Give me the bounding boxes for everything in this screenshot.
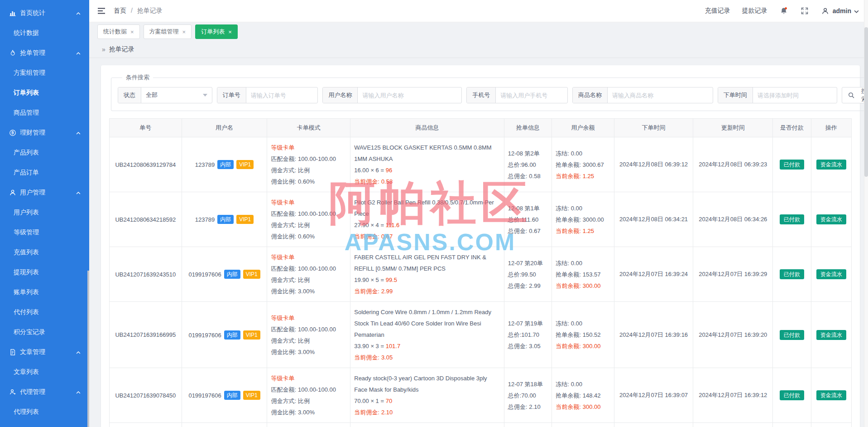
sidebar-item-grab-mgmt[interactable]: 抢单管理 xyxy=(0,43,89,63)
frozen-amount-value: 0.00 xyxy=(571,320,582,327)
sidebar-item-bill-list[interactable]: 账单列表 xyxy=(0,282,89,302)
title-prefix: » xyxy=(102,46,106,53)
tab-close-icon[interactable]: × xyxy=(130,29,134,35)
product-calc-result: 101.7 xyxy=(386,343,401,349)
table-row: UB2412080639129784123789内部VIP1等级卡单匹配金额:1… xyxy=(110,137,852,192)
recharge-records-link[interactable]: 充值记录 xyxy=(705,7,730,15)
tab-close-icon[interactable]: × xyxy=(182,29,186,35)
total-price-label: 总价: xyxy=(508,216,522,223)
sidebar-item-label: 理财管理 xyxy=(20,129,45,137)
paid-status-badge: 已付款 xyxy=(780,330,804,340)
match-amount: 匹配金额:100.00-100.00 xyxy=(271,208,346,219)
product-name-input[interactable] xyxy=(608,87,713,103)
grab-balance-value: 3000.00 xyxy=(583,216,604,223)
agent-icon xyxy=(9,388,16,396)
sidebar-item-label: 产品列表 xyxy=(14,149,39,157)
card-mode-cell: 等级卡单匹配金额:100.00-100.00佣金方式:比例佣金比例:3.00% xyxy=(267,247,350,302)
table-row: UB24120716385987970199197606内部VIP1等级卡单匹配… xyxy=(110,423,852,427)
sidebar-item-agent-list[interactable]: 代理列表 xyxy=(0,402,89,422)
total-commission: 总佣金:0.58 xyxy=(508,170,548,182)
match-amount-value: 100.00-100.00 xyxy=(298,265,336,272)
order-no-input[interactable] xyxy=(246,87,318,103)
sidebar-item-home-stats[interactable]: 首页统计 xyxy=(0,3,89,23)
user-menu[interactable]: admin xyxy=(821,6,859,15)
sidebar-item-user-list[interactable]: 用户列表 xyxy=(0,203,89,223)
status-select[interactable]: 全部 xyxy=(141,87,212,103)
grab-balance-label: 抢单余额: xyxy=(556,271,581,278)
username: 123789 xyxy=(195,216,215,223)
grab-info-cell: 12-07 第19单总价:101.70总佣金:3.05 xyxy=(504,302,551,368)
current-balance-label: 当前余额: xyxy=(556,228,581,234)
grab-balance-label: 抢单余额: xyxy=(556,331,581,338)
product-name-filter: 商品名称 xyxy=(572,87,713,103)
grab-seq: 12-07 第18单 xyxy=(508,378,548,390)
sidebar-item-order-list[interactable]: 订单列表 xyxy=(0,83,89,103)
sidebar-item-label: 产品订单 xyxy=(14,169,39,177)
breadcrumb-home[interactable]: 首页 xyxy=(114,7,126,14)
sidebar-item-points-record[interactable]: 积分宝记录 xyxy=(0,322,89,342)
product-name: Soldering Core Wire 0.8mm / 1.0mm / 1.2m… xyxy=(354,306,500,340)
sidebar-item-withdraw-list[interactable]: 提现列表 xyxy=(0,262,89,282)
phone-input[interactable] xyxy=(496,87,568,103)
sidebar-item-level-mgmt[interactable]: 等级管理 xyxy=(0,223,89,243)
match-amount-label: 匹配金额: xyxy=(271,210,296,217)
fund-flow-button[interactable]: 资金流水 xyxy=(816,330,846,340)
current-balance: 当前余额:300.00 xyxy=(556,280,610,291)
product-name: WAVE125 BLOCK GASKET KERTAS 0.5MM 0.8MM … xyxy=(354,142,500,165)
username-cell: 123789内部VIP1 xyxy=(182,192,267,247)
commission-method-value: 比例 xyxy=(298,337,310,344)
sidebar-item-label: 抢单管理 xyxy=(20,49,45,57)
sidebar-scrollbar[interactable] xyxy=(87,271,89,427)
col-header: 用户名 xyxy=(182,119,267,137)
total-commission: 总佣金:2.10 xyxy=(508,401,548,412)
tab-order-list[interactable]: 订单列表× xyxy=(195,24,238,39)
vip-badge: VIP1 xyxy=(243,391,260,400)
order-time-filter: 下单时间 xyxy=(718,87,837,103)
sidebar-item-recharge-list[interactable]: 充值列表 xyxy=(0,243,89,262)
sidebar-item-payout-list[interactable]: 代付列表 xyxy=(0,302,89,322)
fund-flow-button[interactable]: 资金流水 xyxy=(816,160,846,170)
sidebar-item-finance-mgmt[interactable]: 理财管理 xyxy=(0,123,89,143)
commission-ratio-label: 佣金比例: xyxy=(271,409,296,416)
sidebar-item-article-mgmt[interactable]: 文章管理 xyxy=(0,342,89,362)
tab-plan-group-mgmt[interactable]: 方案组管理× xyxy=(144,24,192,39)
page-scrollbar-thumb[interactable] xyxy=(864,27,868,177)
commission-ratio-label: 佣金比例: xyxy=(271,349,296,355)
sidebar-item-label: 积分宝记录 xyxy=(14,328,45,336)
fund-flow-button[interactable]: 资金流水 xyxy=(816,390,846,400)
sidebar-item-plan-group-mgmt[interactable]: 方案组管理 xyxy=(0,63,89,83)
product-calc-expr: 19.90 × 5 = xyxy=(354,277,385,283)
sidebar-item-stats-data[interactable]: 统计数据 xyxy=(0,23,89,43)
tab-close-icon[interactable]: × xyxy=(228,29,232,35)
withdrawal-records-link[interactable]: 提款记录 xyxy=(742,7,767,15)
sidebar-item-product-orders[interactable]: 产品订单 xyxy=(0,163,89,183)
fund-flow-button[interactable]: 资金流水 xyxy=(816,269,846,279)
sidebar-item-article-list[interactable]: 文章列表 xyxy=(0,362,89,382)
user-balance-cell: 冻结:0.00抢单余额:153.57当前余额:300.00 xyxy=(552,247,614,302)
sidebar-item-agent-mgmt[interactable]: 代理管理 xyxy=(0,382,89,402)
order-number-cell: UB2412080639129784 xyxy=(110,137,182,192)
sidebar-item-product-list[interactable]: 产品列表 xyxy=(0,143,89,163)
internal-badge: 内部 xyxy=(224,391,240,400)
grab-balance-value: 150.52 xyxy=(583,331,601,338)
total-commission-label: 总佣金: xyxy=(508,173,528,180)
sidebar-item-product-mgmt[interactable]: 商品管理 xyxy=(0,103,89,123)
order-number-cell: UB2412071639243510 xyxy=(110,247,182,302)
card-mode-cell: 等级卡单匹配金额:100.00-100.00佣金方式:比例佣金比例:3.00% xyxy=(267,302,350,368)
sidebar-item-user-mgmt[interactable]: 用户管理 xyxy=(0,183,89,203)
fund-flow-button[interactable]: 资金流水 xyxy=(816,214,846,224)
current-commission-value: 0.67 xyxy=(381,233,393,240)
total-price-value: 111.60 xyxy=(521,216,538,223)
tab-stats-data[interactable]: 统计数据× xyxy=(97,24,140,39)
order-number-cell: UB2412071639166995 xyxy=(110,302,182,368)
vip-badge: VIP1 xyxy=(236,160,254,169)
fullscreen-icon[interactable] xyxy=(800,6,809,15)
user-name-input[interactable] xyxy=(358,87,461,103)
sidebar-item-label: 等级管理 xyxy=(14,228,39,237)
page-scrollbar[interactable] xyxy=(864,0,868,427)
order-time-input[interactable] xyxy=(753,87,837,103)
notification-bell-icon[interactable] xyxy=(779,6,788,15)
menu-toggle-icon[interactable] xyxy=(97,7,106,15)
update-time-cell: 2024年12月07日 16:39:12 xyxy=(693,368,773,423)
current-commission-value: 3.05 xyxy=(381,354,393,361)
